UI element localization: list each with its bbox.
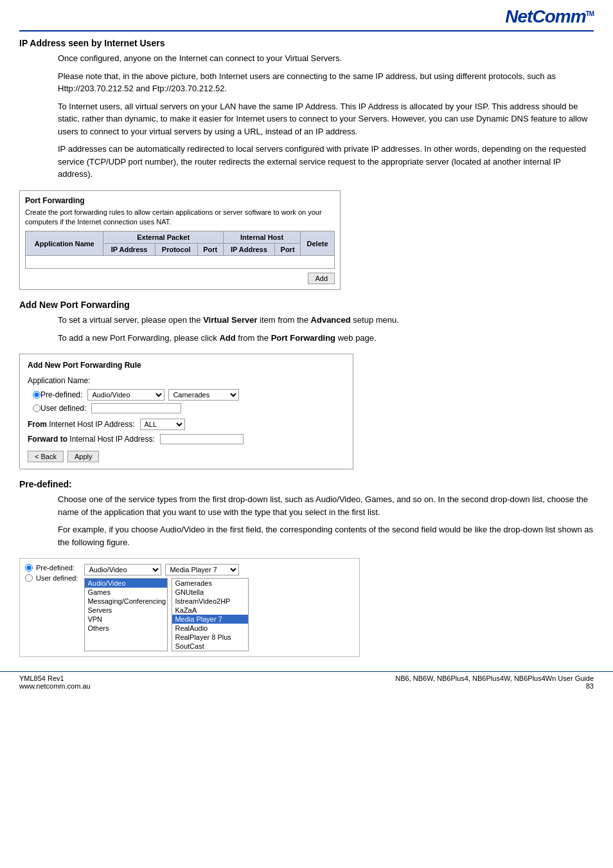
predefined-label: Pre-defined: — [40, 390, 82, 399]
anpf-para-1: To set a virtual server, please open the… — [58, 314, 594, 327]
predefined-section-heading: Pre-defined: — [19, 479, 594, 489]
dd-userdefined-row: User defined: — [25, 574, 78, 582]
footer-left: YML854 Rev1 www.netcomm.com.au — [19, 674, 91, 690]
from-select[interactable]: ALL — [140, 419, 185, 430]
dd-select2[interactable]: Media Player 7 — [165, 564, 239, 575]
footer-model: NB6, NB6W, NB6Plus4, NB6Plus4W, NB6Plus4… — [395, 674, 594, 682]
dd-predefined-row: Pre-defined: — [25, 564, 78, 572]
pf-col-protocol: Protocol — [155, 244, 197, 256]
pf-col-external: External Packet — [103, 231, 223, 244]
dd-userdefined-label: User defined: — [36, 574, 78, 582]
pf-box-desc: Create the port forwarding rules to allo… — [25, 208, 335, 228]
from-label: From Internet Host IP Address: — [28, 420, 135, 429]
dd-list1-item-others[interactable]: Others — [85, 624, 167, 633]
predefined-select2[interactable]: Camerades — [168, 389, 239, 401]
anpf-box: Add New Port Forwarding Rule Application… — [19, 354, 353, 469]
forward-row: Forward to Internal Host IP Address: — [28, 434, 345, 444]
header: NetCommTM — [19, 6, 594, 32]
footer-page: 83 — [395, 682, 594, 690]
footer-yml: YML854 Rev1 — [19, 674, 91, 682]
pf-table: Application Name External Packet Interna… — [25, 231, 335, 269]
page-footer: YML854 Rev1 www.netcomm.com.au NB6, NB6W… — [0, 671, 613, 692]
page-container: NetCommTM IP Address seen by Internet Us… — [0, 0, 613, 692]
predefined-radio[interactable] — [33, 391, 40, 399]
dd-select1[interactable]: Audio/Video — [84, 564, 161, 575]
ip-para-2: Please note that, in the above picture, … — [58, 70, 594, 95]
dd-select-top: Audio/Video Media Player 7 — [84, 564, 249, 575]
logo: NetCommTM — [505, 6, 594, 27]
from-row: From Internet Host IP Address: ALL — [28, 419, 345, 430]
pf-col-internal: Internal Host — [223, 231, 300, 244]
pf-empty-row — [26, 256, 335, 269]
ip-para-1: Once configured, anyone on the Internet … — [58, 52, 594, 65]
footer-url: www.netcomm.com.au — [19, 682, 91, 690]
anpf-form-title: Add New Port Forwarding Rule — [28, 361, 345, 370]
forward-input[interactable] — [160, 434, 244, 444]
dd-center: Audio/Video Media Player 7 Audio/Video G… — [84, 564, 249, 651]
back-button[interactable]: < Back — [28, 451, 64, 462]
ip-address-heading: IP Address seen by Internet Users — [19, 38, 594, 48]
predefined-select1[interactable]: Audio/Video — [87, 389, 164, 401]
pf-col-delete: Delete — [301, 231, 335, 256]
app-name-label: Application Name: — [28, 376, 345, 385]
dd-list1-item-audiov[interactable]: Audio/Video — [85, 579, 167, 588]
predefined-para-1: Choose one of the service types from the… — [58, 493, 594, 518]
pf-col-appname: Application Name — [26, 231, 103, 256]
pf-col-port: Port — [197, 244, 223, 256]
dd-userdefined-radio[interactable] — [25, 574, 33, 582]
anpf-heading: Add New Port Forwarding — [19, 300, 594, 310]
userdefined-input[interactable] — [91, 403, 181, 413]
add-btn-row: Add — [25, 273, 335, 284]
pf-col-ip: IP Address — [103, 244, 155, 256]
dd-predefined-radio[interactable] — [25, 564, 33, 572]
dd-list2-item-mediaplayer7[interactable]: Media Player 7 — [172, 615, 248, 624]
dd-list2-item-gamerades[interactable]: Gamerades — [172, 579, 248, 588]
add-button[interactable]: Add — [308, 273, 335, 284]
dd-list1-item-vpn[interactable]: VPN — [85, 615, 167, 624]
dd-list2-item-realplayer[interactable]: RealPlayer 8 Plus — [172, 633, 248, 642]
logo-tm: TM — [586, 10, 594, 17]
dd-list2-item-kazaa[interactable]: KaZaA — [172, 606, 248, 615]
dd-list1-item-games[interactable]: Games — [85, 588, 167, 597]
apply-button[interactable]: Apply — [67, 451, 100, 462]
logo-text: NetComm — [505, 6, 585, 26]
dd-list2-item-soutcast[interactable]: SoutCast — [172, 642, 248, 651]
pf-col-int-ip: IP Address — [223, 244, 274, 256]
dropdown-example: Pre-defined: User defined: Audio/Video M… — [19, 558, 360, 657]
dd-left: Pre-defined: User defined: — [25, 564, 78, 651]
dd-listbox1: Audio/Video Games Messaging/Conferencing… — [84, 578, 168, 651]
predefined-para-2: For example, if you choose Audio/Video i… — [58, 523, 594, 548]
dd-list2-item-realaudio[interactable]: RealAudio — [172, 624, 248, 633]
port-forwarding-box: Port Forwarding Create the port forwardi… — [19, 190, 341, 291]
dd-list2-item-gnutella[interactable]: GNUtella — [172, 588, 248, 597]
dd-list1-item-servers[interactable]: Servers — [85, 606, 167, 615]
forward-label: Forward to Internal Host IP Address: — [28, 435, 155, 444]
pf-box-title: Port Forwarding — [25, 196, 335, 205]
userdefined-label: User defined: — [40, 404, 86, 413]
userdefined-row: User defined: — [33, 403, 345, 413]
ip-para-4: IP addresses can be automatically redire… — [58, 143, 594, 181]
dd-list1-item-messaging[interactable]: Messaging/Conferencing — [85, 597, 167, 606]
dd-listbox2: Gamerades GNUtella IstreamVideo2HP KaZaA… — [172, 578, 249, 651]
userdefined-radio[interactable] — [33, 404, 40, 412]
anpf-para-2: To add a new Port Forwarding, please cli… — [58, 332, 594, 345]
pf-col-int-port: Port — [275, 244, 301, 256]
dd-list2-item-istream[interactable]: IstreamVideo2HP — [172, 597, 248, 606]
btn-row: < Back Apply — [28, 451, 345, 462]
ip-para-3: To Internet users, all virtual servers o… — [58, 100, 594, 138]
footer-right: NB6, NB6W, NB6Plus4, NB6Plus4W, NB6Plus4… — [395, 674, 594, 690]
predefined-row: Pre-defined: Audio/Video Camerades — [33, 389, 345, 401]
dd-predefined-label: Pre-defined: — [36, 564, 75, 572]
